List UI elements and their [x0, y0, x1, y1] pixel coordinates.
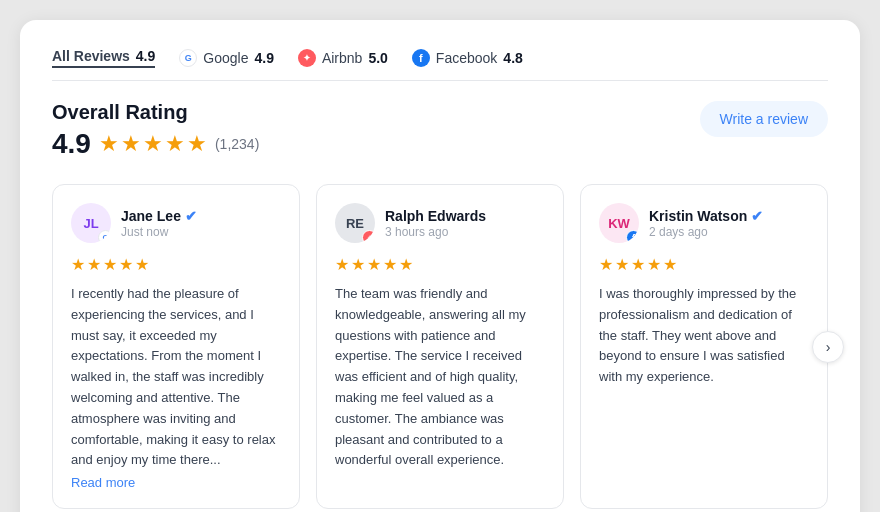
avatar-jane: JL G: [71, 203, 111, 243]
reviewer-name-kristin: Kristin Watson ✔: [649, 208, 809, 224]
google-icon: G: [179, 49, 197, 67]
star-3: ★: [143, 131, 163, 157]
tab-facebook-rating: 4.8: [503, 50, 522, 66]
reviewer-time-jane: Just now: [121, 225, 281, 239]
review-text-ralph: The team was friendly and knowledgeable,…: [335, 284, 545, 471]
facebook-icon: f: [412, 49, 430, 67]
card-header-jane: JL G Jane Lee ✔ Just now: [71, 203, 281, 243]
card-header-ralph: RE ✦ Ralph Edwards 3 hours ago: [335, 203, 545, 243]
facebook-badge-kristin: f: [626, 230, 639, 243]
overall-rating-value: 4.9: [52, 128, 91, 160]
write-review-button[interactable]: Write a review: [700, 101, 828, 137]
tab-google-label: Google: [203, 50, 248, 66]
overall-section: Overall Rating 4.9 ★ ★ ★ ★ ★ (1,234): [52, 101, 259, 160]
reviews-list: JL G Jane Lee ✔ Just now ★ ★ ★ ★ ★ I rec: [52, 184, 828, 509]
verified-icon-kristin: ✔: [751, 208, 763, 224]
tab-facebook-label: Facebook: [436, 50, 497, 66]
card-header-kristin: KW f Kristin Watson ✔ 2 days ago: [599, 203, 809, 243]
tab-all-reviews[interactable]: All Reviews 4.9: [52, 48, 155, 68]
review-widget: All Reviews 4.9 G Google 4.9 ✦ Airbnb 5.…: [20, 20, 860, 512]
review-card-ralph: RE ✦ Ralph Edwards 3 hours ago ★ ★ ★ ★ ★…: [316, 184, 564, 509]
avatar-initials-kristin: KW: [608, 216, 630, 231]
avatar-initials-jane: JL: [83, 216, 98, 231]
reviewer-info-jane: Jane Lee ✔ Just now: [121, 208, 281, 239]
star-2: ★: [121, 131, 141, 157]
avatar-ralph: RE ✦: [335, 203, 375, 243]
review-text-kristin: I was thoroughly impressed by the profes…: [599, 284, 809, 388]
next-arrow-button[interactable]: ›: [812, 331, 844, 363]
card-stars-kristin: ★ ★ ★ ★ ★: [599, 255, 809, 274]
card-stars-ralph: ★ ★ ★ ★ ★: [335, 255, 545, 274]
tab-all-label: All Reviews: [52, 48, 130, 64]
reviewer-info-kristin: Kristin Watson ✔ 2 days ago: [649, 208, 809, 239]
tab-airbnb-rating: 5.0: [368, 50, 387, 66]
reviewer-name-jane: Jane Lee ✔: [121, 208, 281, 224]
read-more-jane[interactable]: Read more: [71, 475, 281, 490]
star-1: ★: [99, 131, 119, 157]
tab-airbnb-label: Airbnb: [322, 50, 362, 66]
reviewer-time-ralph: 3 hours ago: [385, 225, 545, 239]
tab-airbnb[interactable]: ✦ Airbnb 5.0: [298, 49, 388, 67]
verified-icon-jane: ✔: [185, 208, 197, 224]
card-stars-jane: ★ ★ ★ ★ ★: [71, 255, 281, 274]
tab-facebook[interactable]: f Facebook 4.8: [412, 49, 523, 67]
overall-title: Overall Rating: [52, 101, 259, 124]
tab-google[interactable]: G Google 4.9: [179, 49, 274, 67]
review-card-jane: JL G Jane Lee ✔ Just now ★ ★ ★ ★ ★ I rec: [52, 184, 300, 509]
tab-all-rating: 4.9: [136, 48, 155, 64]
tabs-bar: All Reviews 4.9 G Google 4.9 ✦ Airbnb 5.…: [52, 48, 828, 81]
rating-row: 4.9 ★ ★ ★ ★ ★ (1,234): [52, 128, 259, 160]
reviewer-time-kristin: 2 days ago: [649, 225, 809, 239]
tab-google-rating: 4.9: [254, 50, 273, 66]
avatar-kristin: KW f: [599, 203, 639, 243]
star-4: ★: [165, 131, 185, 157]
airbnb-icon: ✦: [298, 49, 316, 67]
google-badge-jane: G: [98, 230, 111, 243]
header-row: Overall Rating 4.9 ★ ★ ★ ★ ★ (1,234) Wri…: [52, 101, 828, 160]
avatar-initials-ralph: RE: [346, 216, 364, 231]
star-5: ★: [187, 131, 207, 157]
overall-stars: ★ ★ ★ ★ ★: [99, 131, 207, 157]
reviewer-name-ralph: Ralph Edwards: [385, 208, 545, 224]
review-text-jane: I recently had the pleasure of experienc…: [71, 284, 281, 471]
reviewer-info-ralph: Ralph Edwards 3 hours ago: [385, 208, 545, 239]
review-card-kristin: KW f Kristin Watson ✔ 2 days ago ★ ★ ★ ★…: [580, 184, 828, 509]
review-count: (1,234): [215, 136, 259, 152]
airbnb-badge-ralph: ✦: [362, 230, 375, 243]
